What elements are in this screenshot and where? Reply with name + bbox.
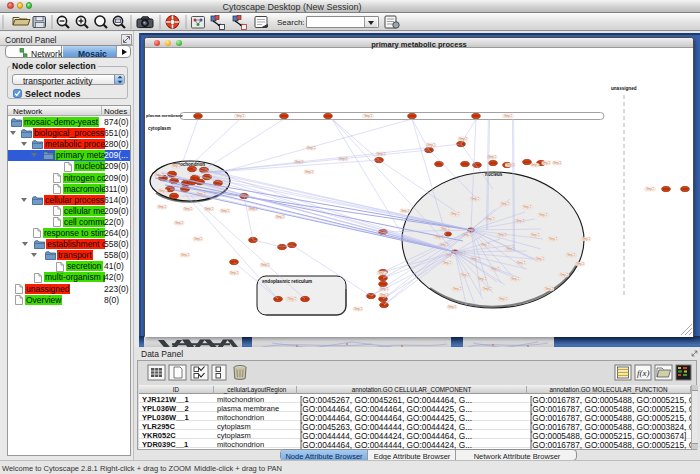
svg-text:Gmp-1: Gmp-1 [542,161,551,165]
svg-text:Gmp-1: Gmp-1 [378,271,387,275]
svg-text:Gmp-1: Gmp-1 [175,221,184,225]
svg-text:Gmp-1: Gmp-1 [461,273,470,277]
svg-text:Gmp-1: Gmp-1 [504,114,513,118]
svg-text:Gmp-1: Gmp-1 [194,237,203,241]
svg-text:Gmp-1: Gmp-1 [531,163,540,167]
svg-text:Gmp-1: Gmp-1 [158,205,167,209]
svg-text:Gmp-1: Gmp-1 [427,143,436,147]
svg-text:Gmp-1: Gmp-1 [451,212,460,216]
svg-text:Gmp-1: Gmp-1 [523,205,532,209]
svg-text:Gmp-1: Gmp-1 [261,263,270,267]
svg-text:unassigned: unassigned [611,86,637,91]
svg-text:Gmp-1: Gmp-1 [172,164,181,168]
svg-text:cytoplasm: cytoplasm [148,126,171,131]
svg-text:Gmp-1: Gmp-1 [230,271,239,275]
svg-text:Gmp-1: Gmp-1 [453,287,462,291]
svg-text:Gmp-1: Gmp-1 [184,207,193,211]
svg-text:Gmp-1: Gmp-1 [401,209,410,213]
svg-text:Gmp-1: Gmp-1 [511,277,520,281]
svg-text:Gmp-1: Gmp-1 [582,237,591,241]
svg-text:Gmp-1: Gmp-1 [549,237,558,241]
svg-text:Gmp-1: Gmp-1 [506,163,515,167]
svg-text:Gmp-1: Gmp-1 [539,213,548,217]
svg-text:f(x): f(x) [637,368,650,378]
svg-text:Gmp-1: Gmp-1 [448,305,457,309]
svg-text:Gmp-1: Gmp-1 [536,257,545,261]
svg-text:Gmp-1: Gmp-1 [364,114,373,118]
svg-text:endoplasmic reticulum: endoplasmic reticulum [262,279,312,284]
svg-text:Gmp-1: Gmp-1 [354,307,363,311]
svg-text:Gmp-1: Gmp-1 [481,243,490,247]
svg-text:Gmp-1: Gmp-1 [221,209,230,213]
svg-text:Gmp-1: Gmp-1 [531,233,540,237]
svg-text:plasma membrane: plasma membrane [146,113,183,118]
svg-text:Gmp-1: Gmp-1 [576,262,585,266]
svg-text:Gmp-1: Gmp-1 [560,273,569,277]
svg-text:Gmp-1: Gmp-1 [236,114,245,118]
svg-text:Gmp-1: Gmp-1 [288,297,297,301]
svg-text:Gmp-1: Gmp-1 [646,187,655,191]
svg-text:Gmp-1: Gmp-1 [545,287,554,291]
svg-text:Gmp-1: Gmp-1 [443,261,452,265]
svg-text:Gmp-1: Gmp-1 [567,253,576,257]
svg-text:Gmp-1: Gmp-1 [517,261,526,265]
svg-text:Gmp-1: Gmp-1 [159,189,168,193]
svg-text:Gmp-1: Gmp-1 [276,215,285,219]
svg-text:Gmp-1: Gmp-1 [499,297,508,301]
svg-text:Gmp-1: Gmp-1 [181,253,190,257]
svg-text:Gmp-1: Gmp-1 [205,207,214,211]
svg-text:Gmp-1: Gmp-1 [553,161,562,165]
svg-text:Gmp-1: Gmp-1 [486,217,495,221]
svg-text:Gmp-1: Gmp-1 [305,170,314,174]
